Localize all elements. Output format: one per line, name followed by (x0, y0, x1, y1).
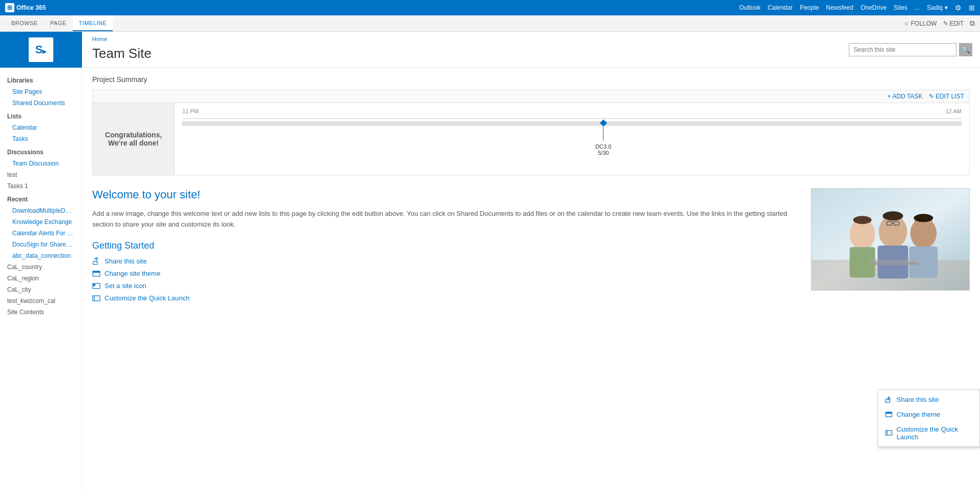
welcome-image (811, 188, 970, 291)
getting-started-section: Getting Started Share this site (92, 240, 801, 302)
timeline-toolbar: + ADD TASK ✎ EDIT LIST (93, 90, 969, 103)
site-icon-icon (92, 282, 100, 290)
timeline-bar (182, 121, 962, 126)
sidebar-item-download[interactable]: DownloadMultipleDocuments (0, 205, 81, 216)
user-name: Sadiq (927, 4, 943, 11)
gear-icon[interactable]: ⚙ (955, 4, 962, 12)
welcome-heading: Welcome to your site! (92, 188, 801, 201)
star-icon: ☆ (904, 20, 909, 27)
sidebar-item-cal-city[interactable]: CaL_city (0, 284, 81, 295)
sidebar-item-calendar[interactable]: Calendar (0, 122, 81, 133)
nav-onedrive[interactable]: OneDrive (861, 4, 887, 11)
header-area: S▶ Home Team Site 🔍 (0, 32, 980, 68)
svg-rect-27 (886, 399, 890, 402)
change-theme-link[interactable]: Change site theme (105, 270, 160, 277)
office-logo-icon: ⊞ (5, 3, 14, 12)
theme-icon-cm (885, 411, 892, 418)
context-quick-launch[interactable]: Customize the Quick Launch (878, 422, 979, 444)
quick-launch-icon (92, 294, 100, 302)
grid-icon[interactable]: ⊞ (969, 4, 975, 12)
nav-more[interactable]: ... (914, 4, 920, 11)
tab-page[interactable]: PAGE (44, 15, 73, 31)
top-bar-right: Outlook Calendar People Newsfeed OneDriv… (739, 4, 975, 12)
nav-outlook[interactable]: Outlook (739, 4, 760, 11)
sp-logo-text: S▶ (35, 43, 47, 56)
sidebar-item-docusign[interactable]: DocuSign for SharePoint Online (0, 239, 81, 250)
svg-point-24 (914, 214, 933, 222)
main-layout: Libraries Site Pages Shared Documents Li… (0, 68, 980, 489)
follow-button[interactable]: ☆ FOLLOW (904, 20, 937, 27)
quick-launch-icon-cm (885, 430, 892, 437)
svg-point-13 (853, 216, 871, 224)
tab-browse[interactable]: BROWSE (5, 15, 44, 31)
svg-rect-0 (93, 261, 97, 264)
share-icon[interactable]: ⧉ (970, 19, 975, 28)
logo-area: S▶ (0, 32, 82, 68)
gs-item-share[interactable]: Share this site (92, 257, 801, 266)
svg-rect-30 (886, 412, 892, 414)
sidebar-item-tasks[interactable]: Tasks (0, 133, 81, 145)
sidebar-section-libraries: Libraries (0, 73, 81, 86)
edit-list-button[interactable]: ✎ EDIT LIST (929, 93, 964, 100)
page-title-section: Project Summary (92, 75, 970, 84)
ribbon: BROWSE PAGE TIMELINE ☆ FOLLOW ✎ EDIT ⧉ (0, 15, 980, 32)
context-share-site[interactable]: Share this site (878, 392, 979, 407)
sidebar-item-site-contents[interactable]: Site Contents (0, 307, 81, 318)
gs-item-theme[interactable]: Change site theme (92, 270, 801, 278)
office-logo[interactable]: ⊞ Office 365 (5, 3, 46, 12)
product-name[interactable]: Office 365 (16, 4, 46, 11)
ribbon-actions: ☆ FOLLOW ✎ EDIT ⧉ (904, 19, 975, 28)
nav-people[interactable]: People (800, 4, 819, 11)
svg-point-17 (883, 211, 903, 220)
svg-rect-31 (886, 431, 892, 435)
sidebar-item-abc-data[interactable]: abc_data_connection (0, 250, 81, 261)
svg-rect-5 (93, 284, 95, 286)
sidebar: Libraries Site Pages Shared Documents Li… (0, 68, 82, 489)
team-photo-svg (811, 188, 969, 291)
search-button[interactable]: 🔍 (959, 43, 972, 56)
ribbon-tabs: BROWSE PAGE TIMELINE (5, 15, 113, 31)
sidebar-item-cal-country[interactable]: CaL_country (0, 261, 81, 273)
sidebar-item-site-pages[interactable]: Site Pages (0, 86, 81, 97)
sidebar-item-shared-documents[interactable]: Shared Documents (0, 97, 81, 109)
timeline-body: Congratulations, We're all done! 11 PM 1… (93, 103, 969, 175)
share-site-link[interactable]: Share this site (105, 257, 147, 265)
timeline-label: DC3.0 5/30 (595, 144, 611, 156)
time-label-11pm: 11 PM (182, 108, 199, 114)
site-title: Team Site (92, 46, 152, 62)
set-site-icon-link[interactable]: Set a site icon (105, 282, 147, 290)
top-bar: ⊞ Office 365 Outlook Calendar People New… (0, 0, 980, 15)
sidebar-item-calendar-alerts[interactable]: Calendar Alerts For SharePoint 2013 (0, 228, 81, 239)
customize-quick-launch-link[interactable]: Customize the Quick Launch (105, 294, 190, 302)
nav-calendar[interactable]: Calendar (767, 4, 793, 11)
sidebar-item-cal-region[interactable]: CaL_region (0, 273, 81, 284)
add-task-button[interactable]: + ADD TASK (887, 93, 923, 100)
sidebar-item-tasks1[interactable]: Tasks 1 (0, 180, 81, 192)
edit-button[interactable]: ✎ EDIT (943, 20, 964, 27)
timeline-line (603, 126, 603, 141)
nav-newsfeed[interactable]: Newsfeed (826, 4, 853, 11)
search-input[interactable] (849, 43, 956, 56)
sidebar-item-test-kwizcom[interactable]: test_kwizcom_cal (0, 295, 81, 307)
user-section[interactable]: Sadiq ▾ (927, 4, 948, 11)
sidebar-item-test[interactable]: test (0, 169, 81, 180)
gs-item-quick-launch[interactable]: Customize the Quick Launch (92, 294, 801, 302)
svg-rect-26 (870, 260, 921, 265)
content-area: Project Summary + ADD TASK ✎ EDIT LIST C… (82, 68, 980, 489)
nav-sites[interactable]: Sites (894, 4, 908, 11)
sp-logo: S▶ (29, 37, 53, 62)
getting-started-title: Getting Started (92, 240, 801, 251)
timeline-congrats: Congratulations, We're all done! (93, 103, 175, 175)
context-change-theme[interactable]: Change theme (878, 407, 979, 422)
theme-icon (92, 270, 100, 278)
breadcrumb[interactable]: Home (92, 36, 107, 42)
tab-timeline[interactable]: TIMELINE (73, 15, 113, 31)
sidebar-item-team-discussion[interactable]: Team Discussion (0, 158, 81, 169)
sidebar-item-knowledge-exchange[interactable]: Knowledge Exchange (0, 216, 81, 228)
gs-item-icon[interactable]: Set a site icon (92, 282, 801, 290)
share-site-icon (92, 257, 100, 266)
timeline-marker: DC3.0 5/30 (595, 116, 611, 156)
timeline-diamond (600, 119, 607, 127)
timeline-chart: 11 PM 12 AM DC3.0 5/30 (175, 103, 969, 175)
user-dropdown-icon[interactable]: ▾ (945, 4, 948, 11)
